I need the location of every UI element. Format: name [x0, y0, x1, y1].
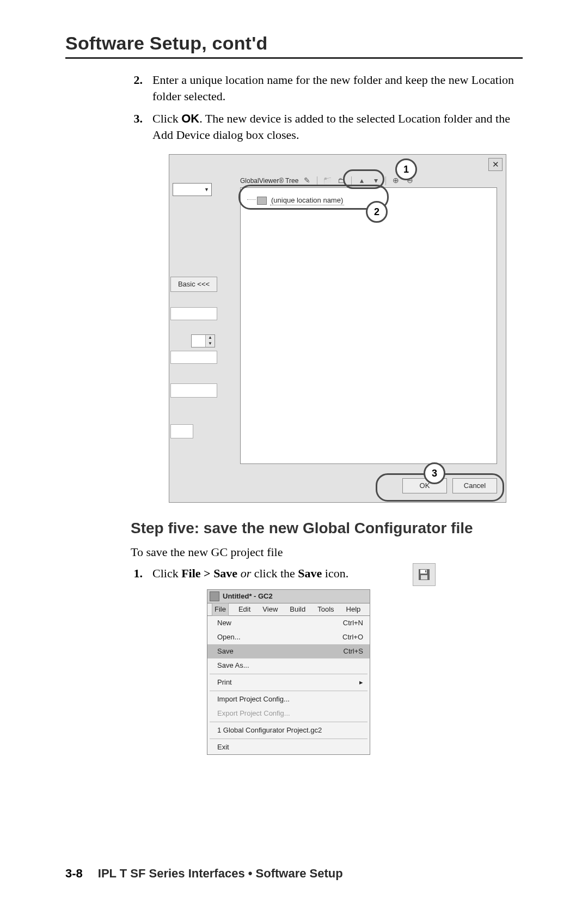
number-spinner[interactable]: ▲▼ [191, 334, 215, 347]
step-3-number: 3. [131, 111, 143, 143]
file-menu-figure: Untitled* - GC2 File Edit View Build Too… [207, 589, 370, 747]
menu-build[interactable]: Build [287, 603, 308, 615]
submenu-arrow-icon: ▸ [359, 678, 363, 687]
svg-rect-2 [421, 575, 427, 579]
step5-1-text: Click File > Save or click the Save icon… [152, 565, 348, 582]
step5-1-number: 1. [131, 565, 143, 582]
step-2-number: 2. [131, 72, 143, 104]
app-icon [210, 591, 219, 601]
dropdown-field[interactable]: ▼ [173, 183, 212, 196]
menu-item-new[interactable]: NewCtrl+N [207, 616, 370, 630]
window-titlebar: Untitled* - GC2 [207, 589, 370, 603]
page-number: 3-8 [65, 867, 83, 881]
window-title: Untitled* - GC2 [223, 591, 273, 601]
menu-item-exit[interactable]: Exit [207, 740, 370, 754]
menu-view[interactable]: View [260, 603, 280, 615]
text-field-3[interactable] [170, 383, 217, 398]
callout-2: 2 [366, 201, 388, 223]
menu-file[interactable]: File [212, 603, 229, 616]
step-3-text: Click OK. The new device is added to the… [152, 111, 523, 143]
dialog-left-panel: ▼ Basic <<< ▲▼ [169, 171, 218, 487]
close-icon[interactable]: ✕ [488, 158, 503, 171]
text-field-2[interactable] [170, 351, 217, 364]
svg-rect-3 [425, 570, 426, 572]
menu-item-export: Export Project Config... [207, 706, 370, 721]
tree-panel: (unique location name) [240, 187, 497, 464]
menu-edit[interactable]: Edit [236, 603, 253, 615]
step-2-text: Enter a unique location name for the new… [152, 72, 523, 104]
menubar: File Edit View Build Tools Help [207, 603, 370, 615]
callout-2-ring [238, 185, 389, 210]
menu-item-save-as[interactable]: Save As... [207, 658, 370, 673]
step-five-heading: Step five: save the new Global Configura… [131, 518, 523, 539]
text-field-1[interactable] [170, 307, 217, 320]
menu-tools[interactable]: Tools [315, 603, 336, 615]
tree-label: GlobalViewer® Tree [240, 176, 298, 185]
menu-item-save[interactable]: SaveCtrl+S [207, 644, 370, 658]
callout-1: 1 [395, 158, 417, 180]
page-footer: 3-8 IPL T SF Series Interfaces • Softwar… [65, 867, 523, 881]
file-dropdown: NewCtrl+N Open...Ctrl+O SaveCtrl+S Save … [207, 615, 370, 755]
title-rule [65, 57, 523, 59]
step-five-intro: To save the new GC project file [131, 544, 523, 560]
add-device-dialog-figure: ✕ ▼ Basic <<< ▲▼ GlobalViewer® Tree ✎ [169, 154, 506, 503]
body-column: 2. Enter a unique location name for the … [65, 72, 523, 747]
page-title: Software Setup, cont'd [65, 33, 523, 54]
footer-text: IPL T SF Series Interfaces • Software Se… [98, 867, 343, 881]
menu-item-open[interactable]: Open...Ctrl+O [207, 630, 370, 644]
callout-3: 3 [424, 462, 445, 484]
menu-item-recent[interactable]: 1 Global Configurator Project.gc2 [207, 723, 370, 737]
basic-toggle-button[interactable]: Basic <<< [170, 277, 217, 292]
menu-item-import[interactable]: Import Project Config... [207, 692, 370, 706]
save-icon [413, 563, 436, 586]
floppy-disk-icon [418, 568, 431, 581]
text-field-4[interactable] [170, 424, 193, 438]
menu-item-print[interactable]: Print▸ [207, 675, 370, 690]
menu-help[interactable]: Help [344, 603, 363, 615]
